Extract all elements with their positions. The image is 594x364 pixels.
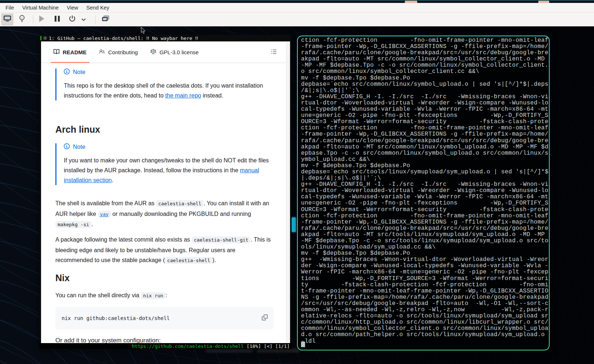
terminal-line: common/linux/symbol_collector_client.o s… [301, 326, 549, 332]
browser-window[interactable]: 1: GitHub – caelestia-dots/shell: ‼ No w… [39, 35, 292, 349]
note-text: If you want to make your own changes/twe… [64, 155, 274, 185]
terminal-line: g++ -DHAVE_CONFIG_H -I. -I./src -I./src … [301, 94, 549, 100]
terminal-line: t-frame-pointer -mno-omit-leaf-frame-poi… [301, 288, 549, 294]
tab-readme[interactable]: README [54, 41, 87, 63]
chevron-down-icon [81, 16, 86, 23]
browser-tab-bar[interactable]: 1: GitHub – caelestia-dots/shell: ‼ No w… [39, 35, 292, 41]
terminal-line: une=generic -O2 -pipe -fno-plt -fexcepti… [301, 113, 549, 119]
terminal-line: rafa/.cache/paru/clone/google-breakpad/s… [301, 50, 549, 56]
shutdown-menu-button[interactable] [79, 14, 88, 25]
power-icon [69, 15, 76, 24]
info-icon [64, 69, 70, 76]
terminal-line: -frame-pointer -Wp,-D_GLIBCXX_ASSERTIONS… [301, 219, 549, 225]
inline-code: makepkg -si [55, 221, 91, 228]
note-text: This repo is for the desktop shell of th… [64, 81, 274, 100]
book-icon [54, 49, 59, 56]
inline-code: caelestia-shell [165, 257, 212, 264]
copy-button[interactable] [262, 315, 268, 322]
text-run: . [112, 177, 113, 183]
code-block-text: nix run github:caelestia-dots/shell [62, 315, 170, 321]
text-run: or manually downloading the PKGBUILD and… [111, 211, 251, 217]
menu-send-key[interactable]: Send Key [82, 5, 113, 11]
tab-favicon [43, 36, 47, 40]
text-run: . [91, 221, 93, 227]
shutdown-button[interactable] [66, 14, 78, 25]
terminal-line: mv -f $depbase.Tpo $depbase.Po [301, 75, 549, 81]
text-run: The shell is available from the AUR as [55, 200, 156, 206]
nix-paragraph: You can run the shell directly via nix r… [55, 290, 274, 301]
play-icon [38, 15, 45, 24]
terminal-line: rtual-dtor -Woverloaded-virtual -Wreorde… [301, 100, 549, 106]
browser-scrollbar[interactable] [286, 41, 290, 343]
tab-license[interactable]: GPL-3.0 license [150, 41, 199, 63]
terminal-scroll-thumb[interactable] [292, 217, 296, 232]
tab-indicator [40, 36, 41, 40]
tab-title: 1: GitHub – caelestia-dots/shell: ‼ No w… [49, 36, 198, 41]
terminal-cursor [301, 342, 305, 347]
pause-button[interactable] [51, 14, 63, 25]
terminal-output: ction -fcf-protection -fno-omit-frame-po… [298, 36, 549, 350]
terminal-line: Werror -fPIC -march=x86-64 -mtune=generi… [301, 269, 549, 275]
lightbulb-icon [18, 15, 26, 24]
terminal-line: mv -f $depbase.Tpo $depbase.Po [301, 250, 549, 257]
menu-virtual-machine[interactable]: Virtual Machine [18, 5, 63, 11]
system-config-text: Or add it to your system configuration: [55, 337, 161, 343]
readme-tab-bar: README Contributing GPL-3.0 license [41, 41, 286, 63]
toolbar [0, 12, 594, 26]
terminal-line: -frame-pointer -Wp,-D_GLIBCXX_ASSERTIONS… [301, 44, 549, 50]
outline-button[interactable] [271, 49, 277, 56]
terminal-line: /&|;s|\.o$||'`;\ [301, 88, 549, 94]
terminal-line: une=generic -O2 -pipe -fno-plt -fexcepti… [301, 200, 549, 206]
browser-status-bar: https://github.com/caelestia-dots/shell … [39, 343, 292, 349]
text-run: instead. [201, 92, 223, 99]
terminal-line: -MP -MF $depbase.Tpo -c -o src/common/li… [301, 62, 549, 69]
aur-paragraph: The shell is available from the AUR as c… [55, 198, 274, 230]
menu-file[interactable]: File [1, 5, 18, 11]
terminal-line: epbase.Tpo -c -o src/common/linux/symbol… [301, 150, 549, 157]
aur-git-paragraph: A package following the latest commit al… [55, 235, 274, 266]
terminal-line: elative-relocs -flto=auto -o src/tools/l… [301, 313, 549, 319]
toolbar-separator [33, 15, 33, 24]
text-run: ). [212, 257, 216, 263]
inline-code: caelestia-shell-git [192, 236, 251, 243]
tab-contributing[interactable]: Contributing [99, 41, 138, 63]
text-run: If you want to make your own changes/twe… [64, 157, 269, 173]
toolbar-separator [95, 15, 96, 24]
fullscreen-displays-button[interactable] [100, 14, 111, 25]
terminal-line: rafa/.cache/paru/clone/google-breakpad/s… [301, 138, 549, 144]
terminal-line: depbase=`echo src/common/linux/symbol_up… [301, 81, 549, 88]
terminal-line: ction -fcf-protection -fno-omit-frame-po… [301, 125, 549, 131]
terminal-line: der -Wsign-compare -Wunused-local-typede… [301, 263, 549, 269]
pause-icon [54, 15, 60, 23]
vm-display[interactable]: 1: GitHub – caelestia-dots/shell: ‼ No w… [0, 26, 594, 364]
inline-link[interactable]: yay [98, 211, 111, 218]
terminal-line: g++ -DHAVE_CONFIG_H -I. -I./src -I./src … [301, 181, 549, 188]
host-desktop-strip [0, 0, 594, 3]
show-graphical-console-button[interactable] [1, 14, 13, 25]
menu-view[interactable]: View [63, 5, 82, 11]
terminal-line: tions -Wp,-D_FORTIFY_SOURCE=3 -Wformat -… [301, 276, 549, 282]
status-meta: [18%] [<] [1/1] [244, 343, 290, 349]
terminal-line: rafa/.cache/paru/clone/google-breakpad/s… [301, 225, 549, 232]
people-icon [99, 49, 105, 56]
code-block: nix run github:caelestia-dots/shell [55, 307, 274, 330]
terminal-line: ymbol_upload.cc &&\ [301, 157, 549, 163]
inline-code: nix run [141, 292, 165, 299]
terminal-window[interactable]: ction -fcf-protection -fno-omit-frame-po… [297, 36, 550, 350]
run-button[interactable] [36, 14, 48, 25]
terminal-line: |.deps/&|;s|\.o$||'`;\ [301, 175, 549, 181]
terminal-line: akpad -flto=auto -MT src/tools/linux/sym… [301, 232, 549, 238]
terminal-line: akpad -flto=auto -MT src/common/linux/sy… [301, 144, 549, 150]
terminal-line: rtual-dtor -Woverloaded-virtual -Wreorde… [301, 188, 549, 194]
tab-license-label: GPL-3.0 license [160, 49, 199, 55]
toggle-details-button[interactable] [16, 14, 28, 25]
note-heading: Note [64, 143, 274, 151]
terminal-line: ty -fstack-clash-protection -fcf-protect… [301, 282, 549, 288]
multi-display-icon [102, 15, 110, 24]
inline-link[interactable]: the main repo [165, 92, 201, 99]
terminal-line: OURCE=3 -Wformat -Werror=format-security… [301, 207, 549, 213]
info-icon [64, 143, 70, 151]
tab-contributing-label: Contributing [108, 49, 138, 55]
terminal-line: cal-typedefs -Wunused-variable -Wvla -We… [301, 194, 549, 200]
law-icon [150, 49, 156, 56]
